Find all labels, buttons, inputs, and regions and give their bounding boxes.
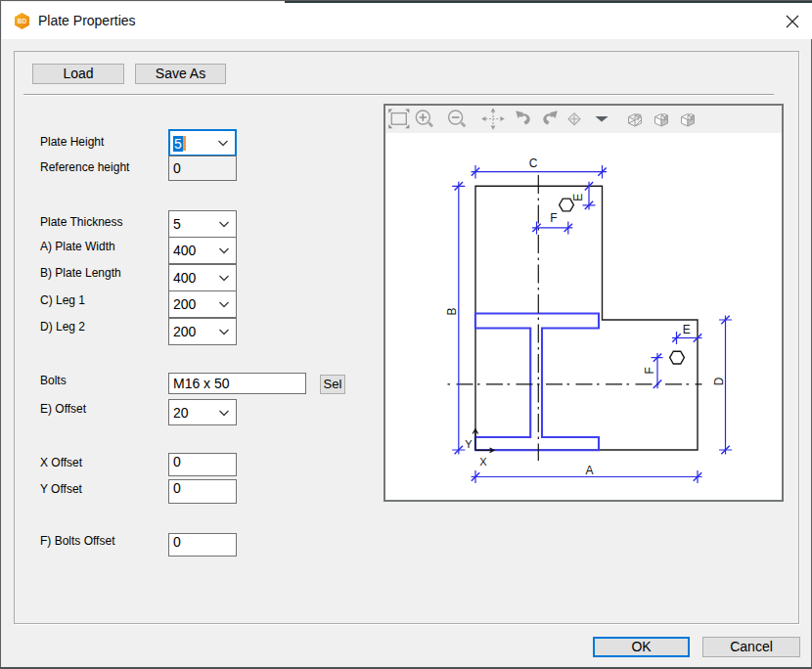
svg-text:A: A: [585, 464, 593, 477]
svg-text:Y: Y: [465, 438, 473, 450]
svg-text:E: E: [683, 323, 691, 336]
svg-text:B: B: [445, 307, 459, 315]
svg-text:D: D: [712, 377, 726, 385]
svg-text:BD: BD: [18, 18, 27, 24]
svg-text:X: X: [479, 456, 487, 468]
svg-text:C: C: [529, 156, 538, 170]
svg-text:E: E: [571, 194, 585, 201]
svg-text:F: F: [550, 211, 557, 225]
svg-text:F: F: [643, 367, 656, 374]
